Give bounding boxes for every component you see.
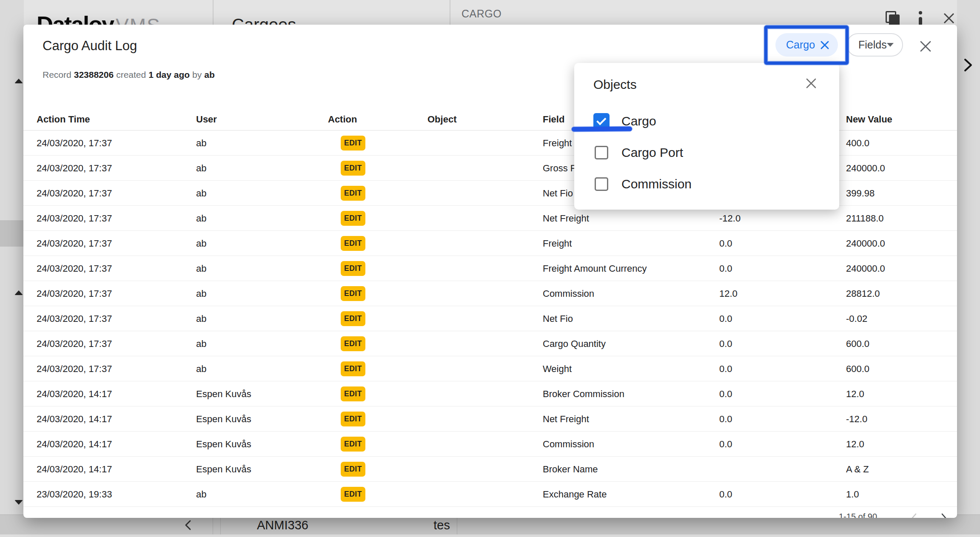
- action-badge-edit: EDIT: [341, 437, 365, 452]
- cell-field: Weight: [543, 356, 572, 381]
- record-id: 32388206: [74, 70, 114, 80]
- cell-new-value: 400.0: [846, 131, 869, 156]
- cell-user: ab: [196, 306, 206, 331]
- audit-table-row[interactable]: 24/03/2020, 14:17Espen KuvåsEDITCommissi…: [23, 432, 957, 457]
- cell-action-time: 24/03/2020, 14:17: [37, 457, 112, 482]
- checkbox-wrap: [593, 176, 610, 192]
- cell-action-time: 23/03/2020, 19:33: [37, 482, 112, 507]
- action-badge-edit: EDIT: [341, 311, 365, 326]
- dialog-close-icon[interactable]: [919, 40, 932, 53]
- caret-down-icon: [887, 43, 894, 47]
- action-badge-edit: EDIT: [341, 487, 365, 502]
- action-badge-edit: EDIT: [341, 462, 365, 477]
- cell-old-value: 0.0: [719, 231, 732, 256]
- crayon-underline-annotation: [572, 127, 632, 132]
- cell-old-value: 0.0: [719, 306, 732, 331]
- column-header-action-time: Action Time: [37, 114, 90, 125]
- object-filter-chip[interactable]: Cargo: [775, 33, 838, 57]
- created-word: created: [116, 70, 146, 80]
- cell-action-time: 24/03/2020, 14:17: [37, 406, 112, 432]
- cell-new-value: 12.0: [846, 381, 864, 406]
- cell-field: Cargo Quantity: [543, 331, 606, 356]
- cell-field: Net Freight: [543, 406, 589, 432]
- audit-table-row[interactable]: 24/03/2020, 17:37abEDITCargo Quantity0.0…: [23, 331, 957, 356]
- audit-table-row[interactable]: 24/03/2020, 17:37abEDITWeight0.0600.0: [23, 356, 957, 381]
- cell-new-value: 211188.0: [846, 206, 884, 231]
- cell-action-time: 24/03/2020, 17:37: [37, 331, 112, 356]
- option-label: Commission: [621, 177, 692, 191]
- cell-action-time: 24/03/2020, 17:37: [37, 156, 112, 181]
- cell-new-value: -12.0: [846, 406, 867, 432]
- objects-option-cargo-port[interactable]: Cargo Port: [593, 139, 815, 167]
- audit-table-row[interactable]: 24/03/2020, 17:37abEDITFreight0.0240000.…: [23, 231, 957, 256]
- cell-action-time: 24/03/2020, 14:17: [37, 432, 112, 457]
- action-badge-edit: EDIT: [341, 161, 365, 176]
- cell-field: Exchange Rate: [543, 482, 607, 507]
- action-badge-edit: EDIT: [341, 186, 365, 201]
- cell-user: ab: [196, 231, 206, 256]
- audit-table-row[interactable]: 24/03/2020, 14:17Espen KuvåsEDITBroker C…: [23, 381, 957, 406]
- column-header-field: Field: [543, 114, 564, 125]
- column-header-new-value: New Value: [846, 114, 892, 125]
- objects-filter-popup: Objects CargoCargo PortCommission: [574, 63, 839, 210]
- cell-field: Broker Name: [543, 457, 598, 482]
- cell-action-time: 24/03/2020, 17:37: [37, 131, 112, 156]
- cell-action-time: 24/03/2020, 17:37: [37, 206, 112, 231]
- record-summary: Record32388206created1 day agobyab: [43, 70, 217, 80]
- cell-action-time: 24/03/2020, 14:17: [37, 381, 112, 406]
- cell-field: Broker Commission: [543, 381, 624, 406]
- cell-new-value: 240000.0: [846, 256, 885, 281]
- audit-table-row[interactable]: 24/03/2020, 17:37abEDITFreight Amount Cu…: [23, 256, 957, 281]
- fields-button-label: Fields: [858, 39, 887, 51]
- audit-table-row[interactable]: 24/03/2020, 17:37abEDITCommission12.0288…: [23, 281, 957, 306]
- cell-old-value: 0.0: [719, 482, 732, 507]
- pagination-prev-icon[interactable]: [910, 513, 918, 518]
- column-header-user: User: [196, 114, 217, 125]
- cell-new-value: 12.0: [846, 432, 864, 457]
- cell-old-value: 0.0: [719, 356, 732, 381]
- cell-action-time: 24/03/2020, 17:37: [37, 306, 112, 331]
- cell-new-value: -0.02: [846, 306, 867, 331]
- action-badge-edit: EDIT: [341, 386, 365, 401]
- cell-field: Freight: [543, 231, 572, 256]
- cell-action-time: 24/03/2020, 17:37: [37, 256, 112, 281]
- fields-dropdown-button[interactable]: Fields: [846, 33, 903, 57]
- audit-table-row[interactable]: 24/03/2020, 14:17Espen KuvåsEDITBroker N…: [23, 457, 957, 482]
- checkbox-wrap: [593, 145, 610, 161]
- action-badge-edit: EDIT: [341, 286, 365, 301]
- action-badge-edit: EDIT: [341, 261, 365, 276]
- cell-old-value: 0.0: [719, 256, 732, 281]
- pagination-next-icon[interactable]: [940, 513, 948, 518]
- checkbox-unchecked-icon[interactable]: [595, 146, 608, 159]
- audit-table-row[interactable]: 24/03/2020, 14:17Espen KuvåsEDITNet Frei…: [23, 406, 957, 432]
- cell-new-value: 600.0: [846, 356, 869, 381]
- cell-old-value: 0.0: [719, 331, 732, 356]
- dialog-title: Cargo Audit Log: [43, 38, 137, 54]
- pagination-range-label: 1-15 of 90: [839, 512, 877, 518]
- cell-user: ab: [196, 256, 206, 281]
- cell-user: Espen Kuvås: [196, 457, 251, 482]
- cell-user: ab: [196, 181, 206, 206]
- action-badge-edit: EDIT: [341, 211, 365, 226]
- cell-field: Freight Amount Currency: [543, 256, 647, 281]
- popup-title: Objects: [593, 77, 637, 92]
- cell-old-value: 0.0: [719, 381, 732, 406]
- cell-field: Net Fio: [543, 306, 573, 331]
- checkbox-unchecked-icon[interactable]: [595, 177, 608, 191]
- cell-new-value: 240000.0: [846, 231, 885, 256]
- cell-user: ab: [196, 482, 206, 507]
- audit-table-row[interactable]: 24/03/2020, 17:37abEDITNet Fio0.0-0.02: [23, 306, 957, 331]
- chip-remove-icon[interactable]: [820, 40, 829, 50]
- objects-option-commission[interactable]: Commission: [593, 170, 815, 198]
- cell-old-value: 12.0: [719, 281, 738, 306]
- cell-action-time: 24/03/2020, 17:37: [37, 356, 112, 381]
- cell-new-value: 600.0: [846, 331, 869, 356]
- cell-action-time: 24/03/2020, 17:37: [37, 281, 112, 306]
- cell-user: ab: [196, 131, 206, 156]
- cell-user: ab: [196, 206, 206, 231]
- popup-close-icon[interactable]: [805, 77, 817, 89]
- action-badge-edit: EDIT: [341, 136, 365, 151]
- cell-new-value: 399.98: [846, 181, 875, 206]
- cell-field: Net Fio: [543, 181, 573, 206]
- audit-table-row[interactable]: 23/03/2020, 19:33abEDITExchange Rate0.01…: [23, 482, 957, 507]
